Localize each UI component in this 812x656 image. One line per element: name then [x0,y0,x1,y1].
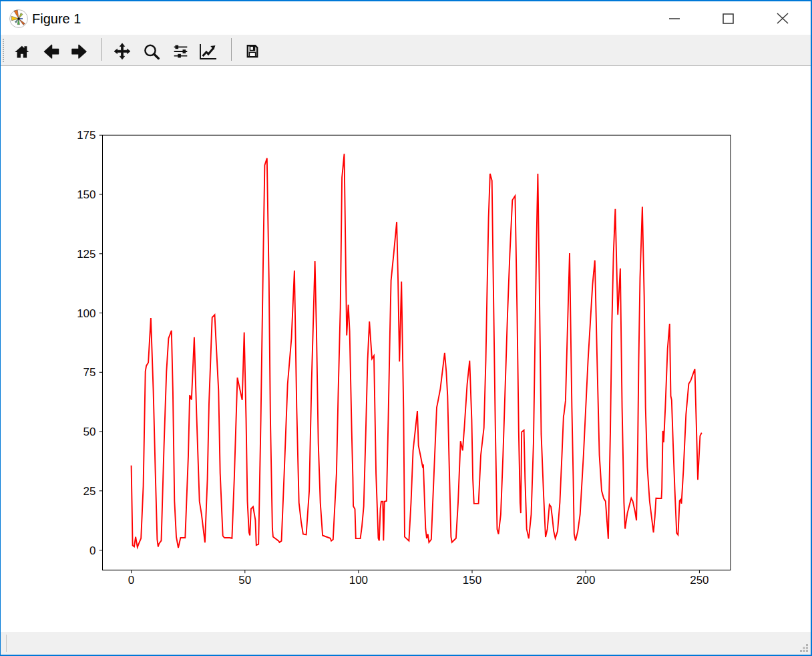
svg-text:0: 0 [89,544,95,557]
svg-text:200: 200 [576,574,595,587]
svg-text:25: 25 [83,485,96,498]
svg-text:125: 125 [77,248,95,261]
svg-text:150: 150 [463,574,481,587]
svg-text:50: 50 [238,574,251,587]
svg-text:150: 150 [77,188,95,201]
svg-text:0: 0 [128,574,134,587]
svg-text:75: 75 [83,366,96,379]
svg-text:175: 175 [77,129,95,142]
svg-text:100: 100 [349,574,368,587]
svg-text:100: 100 [77,307,95,320]
svg-text:250: 250 [690,574,708,587]
svg-text:50: 50 [83,426,96,438]
